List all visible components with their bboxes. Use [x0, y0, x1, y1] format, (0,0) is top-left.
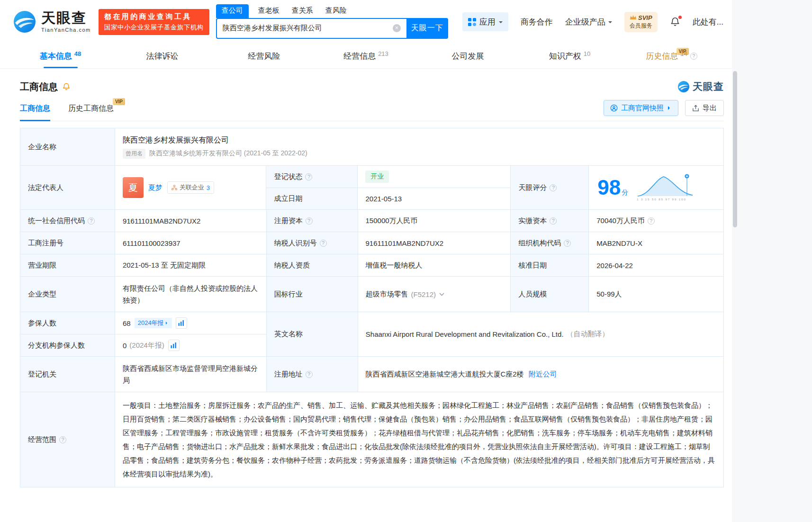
help-icon[interactable]	[550, 184, 557, 191]
tab-legal-litigation[interactable]: 法律诉讼	[111, 44, 213, 68]
help-icon[interactable]	[648, 217, 655, 225]
export-button[interactable]: 导出	[685, 100, 724, 116]
help-icon[interactable]	[306, 217, 313, 225]
chevron-down-icon	[608, 21, 612, 25]
apps-label: 应用	[479, 17, 496, 27]
help-icon[interactable]	[305, 173, 312, 180]
scrollbar-thumb[interactable]	[733, 71, 737, 227]
tab-history-info[interactable]: VIP 历史信息14	[621, 44, 722, 68]
score-number: 98	[597, 177, 621, 198]
score-axis-labels: 1 3 15 50 85 97 99 100	[637, 198, 686, 201]
field-business-term-label: 营业期限	[20, 254, 115, 277]
promo-banner-line1: 都在用的商业查询工具	[104, 12, 204, 21]
search-area: 查公司 查老板 查关系 查风险 天眼一下	[216, 5, 448, 39]
tianyancha-logo-icon	[13, 10, 36, 34]
nearby-companies-link[interactable]: 附近公司	[529, 370, 557, 379]
help-icon[interactable]	[690, 53, 697, 60]
field-industry-value: 超级市场零售 (F5212)	[358, 277, 511, 312]
search-input[interactable]	[223, 24, 393, 32]
help-icon[interactable]	[59, 436, 66, 443]
field-branch-insured-label: 分支机构参保人数	[20, 334, 115, 357]
field-establish-date-label: 成立日期	[266, 188, 358, 210]
field-business-scope-value: 一般项目：土地整治服务；房屋拆迁服务；农产品的生产、销售、加工、运输、贮藏及其他…	[115, 392, 724, 487]
logo-subtitle: TianYanCha.com	[41, 27, 91, 33]
field-reg-status-value: 开业	[358, 166, 511, 188]
field-company-name-label: 企业名称	[20, 128, 115, 166]
apps-grid-icon	[468, 18, 476, 26]
subtab-history-registration[interactable]: 历史工商信息 VIP	[68, 104, 114, 121]
monitor-bell-icon[interactable]	[62, 82, 71, 91]
status-badge: 开业	[365, 171, 389, 183]
insured-trend-chart-button[interactable]	[176, 317, 187, 329]
section-title: 工商信息	[20, 81, 71, 93]
watermark-text: 天眼查	[693, 80, 724, 93]
bar-chart-icon	[178, 320, 184, 326]
field-approval-date-value: 2026-04-22	[589, 254, 724, 277]
vip-badge: VIP	[113, 98, 125, 105]
tab-basic-info[interactable]: 基本信息48	[9, 44, 111, 68]
header-more-text[interactable]: 此处有...	[693, 17, 723, 27]
tianyancha-watermark-icon	[677, 81, 690, 93]
svip-member-badge[interactable]: SVIP 会员服务	[624, 12, 658, 32]
biz-cooperation-link[interactable]: 商务合作	[521, 17, 553, 27]
field-legal-rep-label: 法定代表人	[20, 166, 115, 210]
help-icon[interactable]	[320, 240, 327, 247]
field-english-name-value: Shaanxi Airport Rural Development and Re…	[358, 312, 724, 357]
field-paid-capital-label: 实缴资本	[511, 210, 589, 232]
clear-search-icon[interactable]	[393, 24, 401, 32]
field-insured-count-value: 68 2024年报	[115, 312, 267, 334]
official-snapshot-button[interactable]: 工商官网快照	[604, 100, 678, 116]
bar-chart-icon	[171, 342, 177, 348]
promo-banner-line2: 国家中小企业发展子基金旗下机构	[104, 23, 204, 32]
field-reg-status-label: 登记状态	[266, 166, 358, 188]
org-graph-icon	[171, 185, 177, 190]
branch-insured-note: (2024年报)	[129, 341, 164, 350]
help-icon[interactable]	[306, 371, 313, 378]
tab-business-info[interactable]: 经营信息213	[315, 44, 417, 68]
table-row: 统一社会信用代码 91611101MAB2ND7UX2 注册资本 150000万…	[20, 210, 724, 232]
search-tab-relation[interactable]: 查关系	[292, 6, 313, 18]
field-branch-insured-value: 0 (2024年报)	[115, 334, 267, 357]
help-icon[interactable]	[564, 240, 571, 247]
header-right-nav: 应用 商务合作 企业级产品 SVIP 会员服务 此处有...	[462, 12, 723, 32]
search-tab-boss[interactable]: 查老板	[258, 6, 280, 18]
apps-button[interactable]: 应用	[462, 12, 508, 31]
notification-bell-icon[interactable]	[670, 17, 680, 27]
legal-rep-avatar[interactable]: 夏	[123, 177, 144, 198]
field-company-name-value: 陕西空港乡村发展振兴有限公司 曾用名 陕西空港城乡统筹开发有限公司 (2021-…	[115, 128, 724, 166]
field-score-value[interactable]: 98 分 1 3 15 50 85 97 99 100	[589, 166, 724, 210]
tab-operation-risk[interactable]: 经营风险	[213, 44, 315, 68]
search-button[interactable]: 天眼一下	[406, 18, 448, 39]
field-taxpayer-quality-label: 纳税人资质	[267, 254, 358, 277]
table-row: 参保人数 68 2024年报 分支机构参保人数 0	[20, 312, 724, 357]
export-icon	[692, 105, 699, 112]
search-tab-risk[interactable]: 查风险	[325, 6, 347, 18]
chevron-down-icon	[499, 21, 503, 25]
arrow-right-icon	[668, 106, 672, 110]
search-tabs: 查公司 查老板 查关系 查风险	[216, 5, 448, 18]
help-icon[interactable]	[88, 217, 95, 225]
subtab-business-registration[interactable]: 工商信息	[20, 104, 50, 121]
help-icon[interactable]	[550, 217, 557, 225]
field-company-type-value: 有限责任公司（非自然人投资或控股的法人独资）	[115, 277, 267, 312]
field-taxpayer-id-label: 纳税人识别号	[267, 232, 358, 254]
search-tab-company[interactable]: 查公司	[216, 4, 249, 18]
tab-intellectual-property[interactable]: 知识产权10	[519, 44, 621, 68]
chevron-down-icon[interactable]	[439, 293, 444, 296]
enterprise-products-link[interactable]: 企业级产品	[565, 17, 612, 27]
table-row: 登记机关 陕西省西咸新区市场监督管理局空港新城分局 注册地址 陕西省西咸新区空港…	[20, 357, 724, 392]
field-org-code-value: MAB2ND7U-X	[589, 232, 724, 254]
field-approval-date-label: 核准日期	[511, 254, 589, 277]
tianyancha-logo[interactable]: 天眼查 TianYanCha.com	[13, 10, 91, 34]
logo-title: 天眼查	[41, 11, 91, 25]
field-reg-number-label: 工商注册号	[20, 232, 115, 254]
legal-rep-name-link[interactable]: 夏梦	[148, 183, 162, 192]
related-companies-button[interactable]: 关联企业 3	[167, 181, 214, 194]
top-header: 天眼查 TianYanCha.com 都在用的商业查询工具 国家中小企业发展子基…	[0, 0, 732, 44]
field-registry-authority-value: 陕西省西咸新区市场监督管理局空港新城分局	[115, 357, 267, 392]
annual-report-tag[interactable]: 2024年报	[135, 318, 172, 328]
table-row: 营业期限 2021-05-13 至 无固定期限 纳税人资质 增值税一般纳税人 核…	[20, 254, 724, 277]
branch-insured-trend-chart-button[interactable]	[168, 340, 180, 351]
field-business-term-value: 2021-05-13 至 无固定期限	[115, 254, 267, 277]
tab-company-development[interactable]: 公司发展	[417, 44, 519, 68]
